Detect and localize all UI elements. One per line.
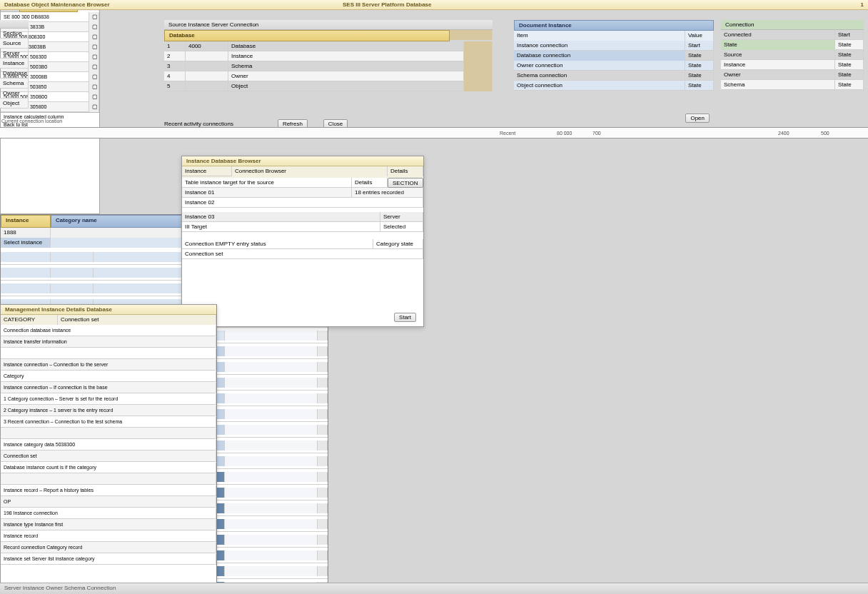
top-left-footer: Current connection location xyxy=(1,119,62,124)
dlgA-sub2: Connection set xyxy=(182,249,423,259)
title-right: 1 xyxy=(861,1,864,9)
top-right-row[interactable]: Instance connectionStart xyxy=(514,41,714,51)
list-item[interactable]: Connection set xyxy=(1,450,216,462)
list-item[interactable]: OP xyxy=(1,496,216,508)
far-right-hdr: Connection xyxy=(721,20,864,30)
top-center-row[interactable]: 4Owner xyxy=(164,71,493,81)
list-item[interactable]: Instance record xyxy=(1,530,216,542)
center-title: SES III Server Platform Database xyxy=(343,1,432,9)
top-center-block: Source Instance Server Connection Databa… xyxy=(164,20,493,127)
list-item[interactable]: Category xyxy=(1,371,216,382)
far-right-row[interactable]: SourceState xyxy=(721,50,864,60)
list-item[interactable]: Instance set Server list instance catego… xyxy=(1,553,216,565)
list-item xyxy=(1,348,216,359)
top-left-row[interactable]: Database xyxy=(0,69,29,79)
top-left-row[interactable]: Instance xyxy=(0,59,29,69)
open-button[interactable]: Open xyxy=(685,114,710,123)
top-far-right-block: Connection ConnectedStart StateState Sou… xyxy=(721,20,864,124)
list-item[interactable]: Instance record – Report a history table… xyxy=(1,485,216,496)
list-item[interactable]: 198 Instance connection xyxy=(1,508,216,519)
dlgA-tab[interactable]: Details xyxy=(388,166,423,176)
dlgA-tab[interactable]: Instance xyxy=(182,166,232,176)
gridC-sub: 1888 xyxy=(1,228,51,238)
top-center-row[interactable]: 2Instance xyxy=(164,51,493,61)
top-left-row[interactable]: Section xyxy=(0,29,29,39)
dlgA-tab[interactable]: Connection Browser xyxy=(232,166,388,176)
far-right-row[interactable]: ConnectedStart xyxy=(721,30,864,40)
far-right-row[interactable]: SchemaState xyxy=(721,80,864,90)
far-right-row[interactable]: StateState xyxy=(721,40,864,50)
start-button[interactable]: Start xyxy=(394,313,416,322)
list-item[interactable]: Instance category data 5038300 xyxy=(1,439,216,450)
top-center-hdr[interactable]: Database xyxy=(164,30,450,41)
far-right-row[interactable]: InstanceState xyxy=(721,60,864,70)
top-center-row[interactable]: 5Object xyxy=(164,81,493,91)
axis-label: Recent xyxy=(500,131,515,136)
dlgA-row[interactable]: Instance 03Server xyxy=(182,212,423,222)
list-item[interactable]: Instance type Instance first xyxy=(1,519,216,530)
axis-tick: 500 xyxy=(821,131,829,136)
axis-tick: 700 xyxy=(592,131,601,136)
list-item[interactable]: Record connection Category record xyxy=(1,542,216,553)
dlgA-row[interactable]: Table instance target for the sourceDeta… xyxy=(182,178,423,188)
dlgA-sub: Connection EMPTY entry statusCategory st… xyxy=(182,239,423,249)
dlgA-row[interactable]: Instance 02 xyxy=(182,198,423,208)
top-center-row[interactable]: 14000Database xyxy=(164,41,493,51)
top-right-row[interactable]: Database connectionState xyxy=(514,51,714,61)
axis-tick: 2400 xyxy=(778,131,789,136)
list-item[interactable]: 3 Recent connection – Connection to the … xyxy=(1,416,216,428)
top-left-row[interactable]: Source xyxy=(0,39,29,49)
list-item xyxy=(1,473,216,485)
main-title: Database Object Maintenance Browser xyxy=(4,1,110,9)
top-center-subhdr: Source Instance Server Connection xyxy=(164,20,493,30)
top-left-row[interactable]: Schema xyxy=(0,79,29,89)
gridC-selrow[interactable]: Select instance xyxy=(1,238,51,248)
list-item[interactable]: Instance connection – Connection to the … xyxy=(1,359,216,371)
top-center-row[interactable]: 3Schema xyxy=(164,61,493,71)
list-item xyxy=(1,428,216,439)
dlgD-tab[interactable]: CATEGORY xyxy=(1,315,58,325)
axis-tick: 80 000 xyxy=(557,131,572,136)
dlgA-row[interactable]: III TargetSelected xyxy=(182,222,423,232)
top-left-hdr xyxy=(0,20,29,29)
top-left-labels: Section Source Server Instance Database … xyxy=(0,20,29,127)
main-titlebar: Database Object Maintenance Browser SES … xyxy=(0,0,868,10)
top-right-row[interactable]: Owner connectionState xyxy=(514,61,714,71)
top-left-row[interactable]: Object xyxy=(0,99,29,109)
top-right-row[interactable]: Object connectionState xyxy=(514,81,714,91)
status-text: Server Instance Owner Schema Connection xyxy=(4,585,116,591)
dlgD-title: Management Instance Details Database xyxy=(1,305,216,315)
list-item[interactable]: Instance transfer information xyxy=(1,336,216,348)
dlgD-tab2[interactable]: Connection set xyxy=(58,315,216,325)
far-right-row[interactable]: OwnerState xyxy=(721,70,864,80)
list-item[interactable]: Connection database instance xyxy=(1,325,216,336)
section-button[interactable]: SECTION xyxy=(388,178,423,188)
instance-browser-dialog: Instance Database Browser Instance Conne… xyxy=(181,156,424,327)
list-item[interactable]: 2 Category instance – 1 server is the en… xyxy=(1,405,216,416)
dlgA-row[interactable]: Instance 0118 entries recorded xyxy=(182,188,423,198)
list-item[interactable]: 1 Category connection – Server is set fo… xyxy=(1,393,216,405)
status-bar: Server Instance Owner Schema Connection xyxy=(0,583,868,594)
top-left-row[interactable]: Server xyxy=(0,49,29,59)
top-right-block: Document Instance Item Value Instance co… xyxy=(514,20,714,124)
gridC-hdr[interactable]: Instance xyxy=(1,215,51,228)
top-right-hdr: Document Instance xyxy=(514,20,714,31)
top-right-row[interactable]: Schema connectionState xyxy=(514,71,714,81)
list-item[interactable]: Instance connection – If connection is t… xyxy=(1,382,216,393)
gridC-hdr[interactable]: Category name xyxy=(51,215,185,228)
list-item[interactable]: Database instance count is if the catego… xyxy=(1,462,216,473)
dlgA-title: Instance Database Browser xyxy=(182,156,423,166)
top-left-row[interactable]: Owner xyxy=(0,89,29,99)
axis-row: Recent 80 000 700 2400 500 xyxy=(0,127,868,139)
management-details-panel: Management Instance Details Database CAT… xyxy=(0,304,217,584)
top-center-hdr-cell xyxy=(450,30,493,40)
top-band: Database Object Maintenance Browser SES … xyxy=(0,0,868,139)
